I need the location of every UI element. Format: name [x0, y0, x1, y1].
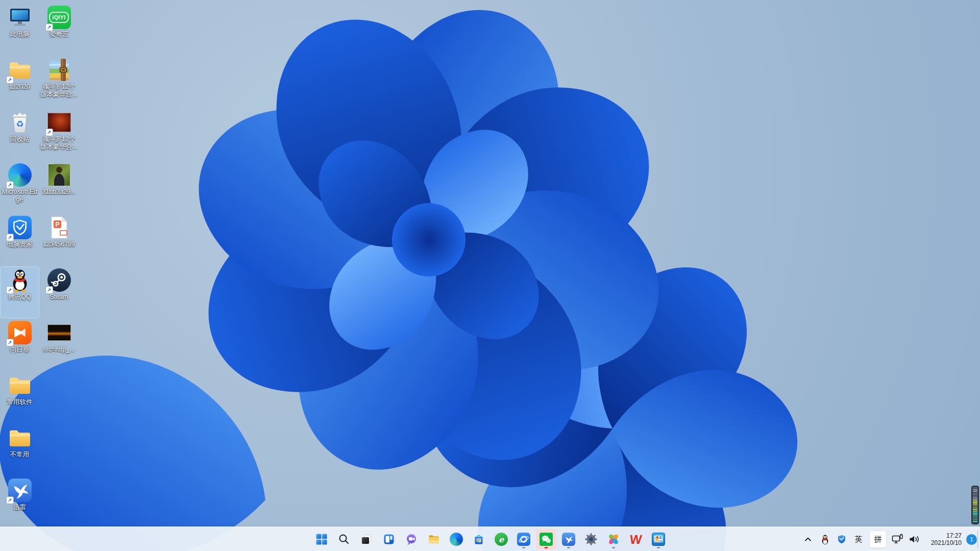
desktop-icon-tencent-qq[interactable]: ↗ 腾讯QQ [1, 267, 39, 318]
desktop-icon-label: Microsoft Edge [1, 188, 39, 204]
pc-manager-icon: ↗ [8, 215, 32, 240]
clock-time: 17:27 [925, 532, 962, 539]
browser-360-icon: e [495, 533, 508, 546]
wps-office-button[interactable]: W [626, 529, 646, 549]
desktop-icon-label: 电脑管家 [1, 241, 39, 248]
network-icon[interactable] [891, 532, 903, 547]
desktop-icon-src-http-image[interactable]: src=http_... [40, 319, 78, 370]
edge-icon: ↗ [8, 163, 32, 187]
desktop-icon-xunlei[interactable]: ↗ 迅雷 [1, 477, 39, 528]
desktop-icon-folder-common[interactable]: 常用软件 [1, 372, 39, 423]
wechat-button[interactable] [536, 529, 556, 549]
shortcut-arrow-icon: ↗ [6, 181, 14, 189]
desktop-icon-label: 魂斗罗12个版本豪华合... [40, 136, 78, 151]
desktop-icon-photo-31bb3a29[interactable]: 31bb3a29... [40, 162, 78, 213]
qq-penguin-icon [820, 534, 830, 545]
qq-penguin-icon: ↗ [8, 268, 32, 292]
start-button[interactable] [311, 529, 332, 549]
desktop-icon-folder-uncommon[interactable]: 不常用 [1, 424, 39, 475]
tray-qq-icon[interactable] [819, 532, 831, 547]
wps-office-icon: W [629, 533, 643, 546]
desktop-icon-label: 爱奇艺 [40, 31, 78, 38]
desktop-icon-contra-image[interactable]: ↗ 魂斗罗12个版本豪华合... [40, 109, 78, 160]
svg-text:P: P [55, 221, 59, 228]
running-indicator [522, 547, 525, 548]
desktop-icon-pc-manager[interactable]: ↗ 电脑管家 [1, 214, 39, 265]
system-monitor-icon [652, 533, 665, 546]
desktop-icon-label: 123456789 [40, 241, 78, 248]
chat-button[interactable] [401, 529, 422, 549]
taskbar: e [0, 527, 980, 551]
shortcut-arrow-icon: ↗ [45, 286, 53, 294]
desktop-icon-iqiyi[interactable]: iQIYI ↗ 爱奇艺 [40, 4, 78, 55]
xunlei-bird-icon [562, 533, 575, 546]
edge-taskbar-button[interactable] [446, 529, 467, 549]
floating-monitor-widget[interactable] [971, 486, 979, 524]
desktop-icon-folder-ru2020[interactable]: ↗ 如2020 [1, 57, 39, 108]
settings-button[interactable] [581, 529, 601, 549]
desktop-icon-label: 31bb3a29... [40, 188, 78, 196]
edge-icon [450, 533, 463, 546]
desktop-icon-recycle-bin[interactable]: ♻ 回收站 [1, 109, 39, 160]
running-indicator [612, 547, 615, 548]
shortcut-arrow-icon: ↗ [6, 286, 14, 294]
windows-start-icon [315, 533, 328, 545]
desktop-icon-this-pc[interactable]: 此电脑 [1, 4, 39, 55]
folder-icon: ↗ [8, 58, 32, 82]
monitor-stripes-yellow [973, 500, 977, 511]
shortcut-arrow-icon: ↗ [45, 129, 53, 136]
monitor-stripes-green [973, 511, 977, 522]
photo-thumbnail [47, 163, 71, 187]
ime-mode-label: 拼 [874, 535, 882, 544]
search-icon [338, 533, 350, 545]
desktop-icon-label: 迅雷 [1, 504, 39, 511]
task-view-button[interactable] [356, 529, 377, 549]
show-desktop-button[interactable] [977, 530, 980, 548]
chat-icon [405, 533, 418, 545]
tray-pc-manager-icon[interactable] [836, 532, 848, 547]
steam-icon: ↗ [47, 268, 71, 292]
desktop-icon-label: 向日葵 [1, 346, 39, 354]
ime-language-indicator[interactable]: 英 [852, 535, 865, 544]
iqiyi-icon: iQIYI ↗ [47, 5, 71, 30]
desktop-icon-label: 此电脑 [1, 31, 39, 38]
qq-browser-button[interactable] [513, 529, 534, 549]
desktop-icon-sunflower[interactable]: ↗ 向日葵 [1, 319, 39, 370]
desktop-icon-ppt-file[interactable]: P 123456789 [40, 214, 78, 265]
shield-icon [837, 534, 847, 544]
microsoft-store-button[interactable] [469, 529, 489, 549]
desktop[interactable]: 此电脑 ↗ 如2020 ♻ 回收站 ↗ Microsoft Edge ↗ 电脑管… [0, 0, 980, 527]
desktop-icon-label: 回收站 [1, 136, 39, 143]
wechat-icon [540, 533, 553, 546]
system-monitor-button[interactable] [648, 529, 669, 549]
clock-date: 2021/10/10 [925, 539, 962, 546]
shortcut-arrow-icon: ↗ [6, 339, 14, 346]
browser-360-button[interactable]: e [491, 529, 511, 549]
shortcut-arrow-icon: ↗ [6, 76, 14, 84]
rar-archive-icon [47, 58, 71, 82]
notification-badge[interactable]: 1 [966, 534, 977, 545]
desktop-icon-steam[interactable]: ↗ Steam [40, 267, 78, 318]
search-button[interactable] [334, 529, 354, 549]
file-explorer-button[interactable] [424, 529, 444, 549]
tray-hidden-icons-button[interactable] [802, 532, 814, 547]
xunlei-bird-icon: ↗ [8, 478, 32, 503]
store-icon [473, 533, 485, 545]
gear-icon [584, 533, 598, 546]
desktop-icon-contra-archive[interactable]: 魂斗罗12个版本豪华合... [40, 57, 78, 108]
xunlei-taskbar-button[interactable] [558, 529, 579, 549]
iqiyi-wordmark: iQIYI [49, 12, 68, 23]
folder-icon [8, 425, 32, 450]
folder-icon [8, 373, 32, 397]
volume-icon[interactable] [908, 532, 920, 547]
clock[interactable]: 17:27 2021/10/10 [925, 532, 962, 546]
desktop-icon-label: Steam [40, 293, 78, 301]
desktop-icon-label: 魂斗罗12个版本豪华合... [40, 83, 78, 98]
petals-app-icon [607, 533, 620, 546]
widgets-button[interactable] [379, 529, 399, 549]
desktop-icon-microsoft-edge[interactable]: ↗ Microsoft Edge [1, 162, 39, 213]
shortcut-arrow-icon: ↗ [6, 496, 14, 504]
file-explorer-icon [428, 533, 440, 545]
petals-app-button[interactable] [603, 529, 624, 549]
ime-mode-button[interactable]: 拼 [869, 531, 887, 548]
